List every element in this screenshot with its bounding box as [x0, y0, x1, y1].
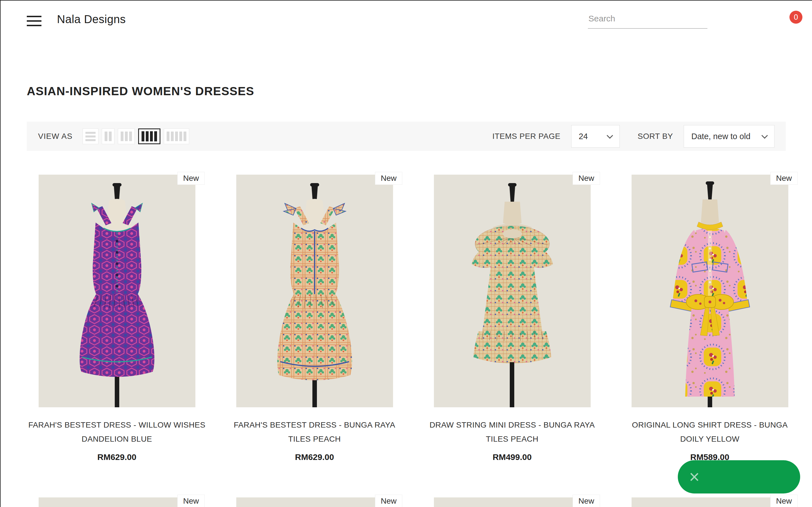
items-per-page-value: 24 — [579, 132, 588, 141]
search-field — [588, 13, 707, 29]
product-title[interactable]: FARAH'S BESTEST DRESS - BUNGA RAYA TILES… — [224, 418, 405, 446]
product-title[interactable]: DRAW STRING MINI DRESS - BUNGA RAYA TILE… — [422, 418, 602, 446]
dress-photo-mini-bunga-raya — [434, 175, 591, 407]
product-title-line: ORIGINAL LONG SHIRT DRESS - BUNGA — [620, 418, 800, 432]
new-badge: New — [573, 495, 600, 507]
icon-bar — [179, 131, 182, 141]
grid-4-columns-icon[interactable] — [138, 128, 160, 144]
product-card: New — [27, 497, 207, 507]
product-card: New — [422, 497, 602, 507]
product-title-line: FARAH'S BESTEST DRESS - WILLOW WISHES — [27, 418, 207, 432]
search-input[interactable] — [588, 13, 709, 24]
product-card: New FARAH'S BESTEST DRESS - BUNGA RAYA T… — [224, 175, 405, 462]
icon-bar — [105, 131, 107, 141]
product-card: New — [224, 497, 405, 507]
product-title-line: DANDELION BLUE — [27, 432, 207, 446]
new-badge: New — [177, 495, 204, 507]
product-image[interactable]: New — [236, 497, 393, 507]
items-per-page-label: ITEMS PER PAGE — [492, 132, 560, 141]
new-badge: New — [573, 172, 600, 185]
menu-icon-bar — [27, 25, 42, 26]
product-card: New ORIGINAL LONG SHIRT DRESS - BUNGA DO… — [620, 175, 800, 462]
chevron-down-icon — [762, 132, 768, 139]
product-price: RM499.00 — [422, 452, 602, 462]
chevron-down-icon — [606, 132, 613, 139]
sort-by-label: SORT BY — [638, 132, 673, 141]
product-title-line: FARAH'S BESTEST DRESS - BUNGA RAYA — [224, 418, 405, 432]
product-title[interactable]: FARAH'S BESTEST DRESS - WILLOW WISHES DA… — [27, 418, 207, 446]
grid-3-columns-icon[interactable] — [118, 128, 135, 144]
product-image[interactable]: New — [236, 175, 393, 407]
product-price: RM629.00 — [27, 452, 207, 462]
product-image[interactable]: New — [39, 175, 195, 407]
store-logo[interactable]: Nala Designs — [57, 13, 126, 25]
product-title-line: DOILY YELLOW — [620, 432, 800, 446]
new-badge: New — [770, 495, 797, 507]
close-icon[interactable]: × — [689, 468, 700, 485]
collection-toolbar: VIEW AS ITEMS PER — [27, 122, 786, 151]
items-per-page-select[interactable]: 24 — [571, 125, 620, 148]
product-title[interactable]: ORIGINAL LONG SHIRT DRESS - BUNGA DOILY … — [620, 418, 800, 446]
menu-icon-bar — [27, 20, 42, 22]
menu-icon-bar — [27, 16, 42, 17]
view-mode-switcher — [83, 128, 189, 144]
product-title-line: TILES PEACH — [422, 432, 602, 446]
icon-bar — [121, 131, 123, 141]
view-as-label: VIEW AS — [38, 132, 72, 141]
grid-5-columns-icon[interactable] — [164, 128, 189, 144]
icon-bar — [171, 131, 174, 141]
sort-by-value: Date, new to old — [691, 132, 751, 141]
icon-bar — [86, 135, 96, 137]
product-image[interactable]: New — [39, 497, 195, 507]
product-title-line: TILES PEACH — [224, 432, 405, 446]
storefront-page: { "header": { "logo": "Nala Designs", "s… — [0, 0, 812, 507]
menu-icon[interactable] — [27, 16, 42, 26]
chat-widget[interactable]: × — [678, 460, 800, 494]
toolbar-right: ITEMS PER PAGE 24 SORT BY Date, new to o… — [492, 125, 774, 148]
icon-bar — [109, 131, 112, 141]
product-grid: New FARAH'S BESTEST DRESS - WILLOW WISHE… — [27, 175, 786, 507]
icon-bar — [125, 131, 128, 141]
icon-bar — [150, 131, 153, 142]
icon-bar — [175, 131, 178, 141]
page-title: ASIAN-INSPIRED WOMEN'S DRESSES — [27, 84, 786, 98]
product-image[interactable]: New — [434, 175, 591, 407]
new-badge: New — [375, 172, 402, 185]
site-header: Nala Designs 0 — [1, 1, 812, 43]
icon-bar — [86, 132, 96, 134]
new-badge: New — [177, 172, 204, 185]
icon-bar — [154, 131, 157, 142]
product-image[interactable]: New — [631, 497, 788, 507]
icon-bar — [86, 139, 96, 141]
dress-photo-willow-wishes-blue — [39, 175, 195, 407]
icon-bar — [167, 131, 169, 141]
product-image[interactable]: New — [434, 497, 591, 507]
dress-photo-bunga-raya-peach — [236, 175, 393, 407]
icon-bar — [184, 131, 186, 141]
product-image[interactable]: New — [631, 175, 788, 407]
grid-2-columns-icon[interactable] — [102, 128, 114, 144]
icon-bar — [146, 131, 149, 142]
new-badge: New — [375, 495, 402, 507]
product-card: New FARAH'S BESTEST DRESS - WILLOW WISHE… — [27, 175, 207, 462]
sort-by-select[interactable]: Date, new to old — [684, 125, 774, 148]
icon-bar — [129, 131, 132, 141]
product-card: New DRAW STRING MINI DRESS - BUNGA RAYA … — [422, 175, 602, 462]
new-badge: New — [770, 172, 797, 185]
product-card: New — [620, 497, 800, 507]
icon-bar — [142, 131, 144, 142]
product-price: RM629.00 — [224, 452, 405, 462]
cart-count-badge[interactable]: 0 — [790, 11, 802, 24]
list-view-icon[interactable] — [83, 128, 98, 144]
product-title-line: DRAW STRING MINI DRESS - BUNGA RAYA — [422, 418, 602, 432]
dress-photo-bunga-doily-yellow — [631, 175, 788, 407]
